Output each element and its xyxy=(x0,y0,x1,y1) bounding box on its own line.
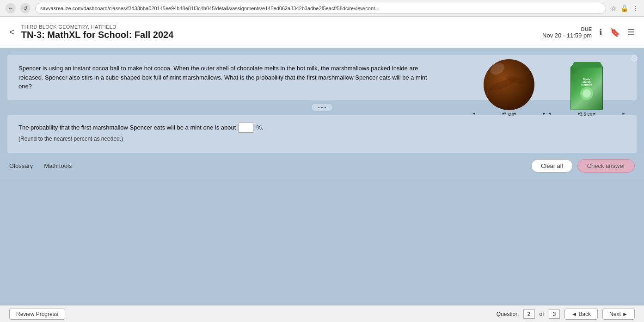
reload-button[interactable]: ↺ xyxy=(20,3,31,13)
back-nav-button[interactable]: ◄ Back xyxy=(564,309,598,320)
question-current: 2 xyxy=(523,310,535,319)
check-answer-button[interactable]: Check answer xyxy=(577,159,635,173)
back-button[interactable]: < xyxy=(9,27,15,37)
answer-input[interactable] xyxy=(239,123,253,133)
next-nav-button[interactable]: Next ► xyxy=(602,309,635,320)
url-bar[interactable]: savvasrealize.com/dashboard/classes/f3d3… xyxy=(35,3,606,14)
app-header: < THIRD BLOCK GEOMETRY, HATFIELD TN-3: M… xyxy=(0,17,644,48)
answer-prefix: The probability that the first marshmall… xyxy=(18,124,236,131)
clear-all-button[interactable]: Clear all xyxy=(531,159,573,173)
menu-icon[interactable]: ⋮ xyxy=(632,5,638,12)
marshmallow-box-container: MintyMarshmallows 3.5 cm xyxy=(551,66,623,117)
of-label: of xyxy=(540,311,544,317)
question-label: Question xyxy=(497,311,519,317)
bottom-left-tools: Glossary Math tools xyxy=(9,162,72,169)
profile-icon[interactable]: 🔒 xyxy=(620,5,628,12)
ball-dim-line xyxy=(475,114,503,114)
glossary-button[interactable]: Glossary xyxy=(9,162,33,169)
marsh-inner-circle xyxy=(583,89,591,98)
answer-round-note: (Round to the nearest percent as needed.… xyxy=(18,136,626,142)
box-dimension-row: 3.5 cm xyxy=(551,111,623,117)
nav-right: Question 2 of 3 ◄ Back Next ► xyxy=(497,309,635,320)
ball-dim-line-2 xyxy=(515,114,543,114)
question-text: Spencer is using an instant cocoa ball t… xyxy=(18,64,435,91)
due-block: DUE Nov 20 - 11:59 pm xyxy=(542,26,592,38)
box-label: MintyMarshmallows xyxy=(580,77,593,87)
box-dim-line-2 xyxy=(595,114,623,114)
bottom-right-actions: Clear all Check answer xyxy=(531,159,635,173)
info-icon[interactable]: ℹ xyxy=(599,27,602,37)
menu-lines-icon[interactable]: ☰ xyxy=(627,27,635,37)
question-panel: Spencer is using an instant cocoa ball t… xyxy=(7,55,637,100)
star-icon[interactable]: ☆ xyxy=(611,5,617,12)
bottom-toolbar: Glossary Math tools Clear all Check answ… xyxy=(0,153,644,179)
chocolate-ball-image xyxy=(484,59,534,110)
marshmallow-box-image: MintyMarshmallows xyxy=(570,66,603,110)
browser-bar: ← ↺ savvasrealize.com/dashboard/classes/… xyxy=(0,0,644,17)
box-dimension-label: 3.5 cm xyxy=(580,111,594,117)
review-progress-button[interactable]: Review Progress xyxy=(9,309,65,320)
box-top-flap xyxy=(571,62,603,68)
header-title-block: THIRD BLOCK GEOMETRY, HATFIELD TN-3: Mat… xyxy=(21,24,174,40)
header-subtitle: THIRD BLOCK GEOMETRY, HATFIELD xyxy=(21,24,174,30)
marsh-circle xyxy=(580,87,593,100)
footer-nav: Review Progress Question 2 of 3 ◄ Back N… xyxy=(0,305,644,322)
box-dim-line xyxy=(551,114,578,114)
main-content: ⚙ Spencer is using an instant cocoa ball… xyxy=(0,48,644,305)
chocolate-ball-container: 7 cm xyxy=(475,59,543,117)
answer-suffix: %. xyxy=(256,124,263,131)
due-date: Nov 20 - 11:59 pm xyxy=(542,31,592,38)
expand-button[interactable]: • • • xyxy=(311,103,333,111)
back-nav-button[interactable]: ← xyxy=(6,3,16,13)
images-area: 7 cm MintyMarshmallows 3.5 cm xyxy=(475,59,623,117)
math-tools-button[interactable]: Math tools xyxy=(44,162,72,169)
answer-text: The probability that the first marshmall… xyxy=(18,123,626,133)
bookmark-icon[interactable]: 🔖 xyxy=(610,27,620,37)
header-title: TN-3: MathXL for School: Fall 2024 xyxy=(21,30,174,40)
question-total: 3 xyxy=(549,310,560,319)
due-label: DUE xyxy=(542,26,592,31)
url-text: savvasrealize.com/dashboard/classes/f3d3… xyxy=(40,6,379,11)
header-right: DUE Nov 20 - 11:59 pm ℹ 🔖 ☰ xyxy=(542,26,635,38)
answer-section: The probability that the first marshmall… xyxy=(7,115,637,153)
ball-dimension-row: 7 cm xyxy=(475,111,543,117)
